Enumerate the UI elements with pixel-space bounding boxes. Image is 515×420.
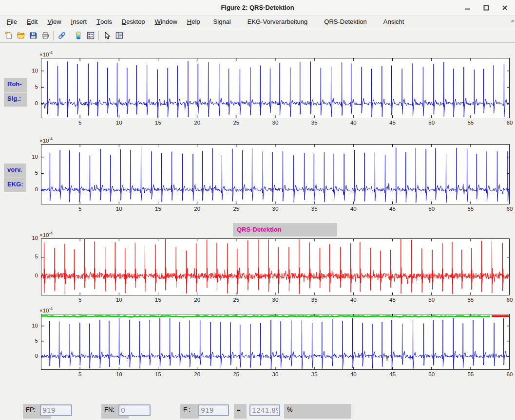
x-tick-label: 60 xyxy=(501,120,515,126)
x-tick-label: 15 xyxy=(150,297,167,303)
x-tick-label: 20 xyxy=(189,297,206,303)
x-tick-label: 45 xyxy=(384,120,401,126)
x-tick-label: 25 xyxy=(228,120,245,126)
x-tick-label: 15 xyxy=(150,120,167,126)
y-axis-exponent-label: ×10-4 xyxy=(39,231,53,238)
x-tick-label: 20 xyxy=(189,371,206,377)
x-tick-label: 15 xyxy=(150,371,167,377)
x-tick-label: 5 xyxy=(72,371,88,377)
qrs-detection-title: QRS-Detektion xyxy=(233,223,337,237)
x-tick-label: 5 xyxy=(72,120,88,126)
percent-label: % xyxy=(284,404,351,419)
menu-item-file[interactable]: File xyxy=(2,16,22,28)
x-tick-label: 35 xyxy=(306,371,323,377)
f-label: F : xyxy=(180,404,199,419)
plot-axes-preprocessed-ecg[interactable] xyxy=(41,144,510,204)
maximize-button[interactable] xyxy=(483,4,490,11)
x-tick-label: 30 xyxy=(267,371,284,377)
x-tick-label: 55 xyxy=(462,206,479,212)
toolbar-separator xyxy=(70,31,70,40)
pointer-icon[interactable] xyxy=(101,30,113,41)
menu-item-window[interactable]: Window xyxy=(150,16,182,28)
menu-item-help[interactable]: Help xyxy=(182,16,205,28)
menu-item-ansicht[interactable]: Ansicht xyxy=(375,16,413,28)
menu-item-insert[interactable]: Insert xyxy=(66,16,92,28)
x-tick-label: 20 xyxy=(189,120,206,126)
legend-icon[interactable] xyxy=(84,30,96,41)
x-tick-label: 10 xyxy=(111,120,127,126)
figure-canvas: Roh- Sig.: vorv. EKG: QRS-Detektion ×10-… xyxy=(0,43,515,420)
new-document-icon[interactable] xyxy=(2,30,15,41)
x-tick-label: 60 xyxy=(501,297,515,303)
y-tick-label: 5 xyxy=(22,170,38,176)
menu-item-view[interactable]: View xyxy=(42,16,66,28)
save-icon[interactable] xyxy=(27,30,39,41)
figure-window: Figure 2: QRS-Detektion FileEditViewInse… xyxy=(0,0,515,420)
title-bar: Figure 2: QRS-Detektion xyxy=(0,0,515,16)
fp-value-field[interactable] xyxy=(40,404,72,416)
f-value-field[interactable] xyxy=(198,404,229,416)
chart-detection-result: ×10-4051051015202530354045505560 xyxy=(41,314,510,370)
x-tick-label: 20 xyxy=(189,206,206,212)
plot-axes-raw-signal[interactable] xyxy=(41,58,510,118)
y-axis-exponent-label: ×10-4 xyxy=(39,50,53,57)
x-tick-label: 25 xyxy=(228,206,245,212)
x-tick-label: 25 xyxy=(228,371,245,377)
menu-item-edit[interactable]: Edit xyxy=(22,16,42,28)
toolbar-separator xyxy=(98,31,99,40)
minimize-button[interactable] xyxy=(464,4,471,11)
x-tick-label: 60 xyxy=(501,206,515,212)
x-tick-label: 45 xyxy=(384,297,401,303)
y-tick-label: 0 xyxy=(22,100,38,106)
fn-value-field[interactable] xyxy=(118,404,151,416)
y-tick-label: 10 xyxy=(22,235,38,241)
x-tick-label: 40 xyxy=(345,120,362,126)
x-tick-label: 50 xyxy=(423,206,440,212)
colormap-icon[interactable] xyxy=(72,30,84,41)
x-tick-label: 40 xyxy=(345,206,362,212)
y-tick-label: 10 xyxy=(22,68,38,73)
menu-item-desktop[interactable]: Desktop xyxy=(117,16,150,28)
x-tick-label: 55 xyxy=(462,371,479,377)
menu-overflow-icon[interactable]: » xyxy=(511,18,514,23)
menu-item-qrs-detektion[interactable]: QRS-Detektion xyxy=(316,16,375,28)
y-axis-exponent-label: ×10-4 xyxy=(39,306,53,313)
x-tick-label: 30 xyxy=(267,120,284,126)
window-title: Figure 2: QRS-Detektion xyxy=(221,4,294,11)
tool-bar xyxy=(0,28,515,43)
plot-axes-detection-result[interactable] xyxy=(41,314,510,370)
y-tick-label: 0 xyxy=(22,186,38,192)
y-tick-label: 10 xyxy=(22,154,38,160)
y-axis-exponent-label: ×10-4 xyxy=(39,136,53,144)
y-tick-label: 0 xyxy=(22,353,38,359)
x-tick-label: 45 xyxy=(384,371,401,377)
x-tick-label: 35 xyxy=(306,120,323,126)
x-tick-label: 45 xyxy=(384,206,401,212)
x-tick-label: 10 xyxy=(111,297,127,303)
menu-item-tools[interactable]: Tools xyxy=(92,16,117,28)
print-icon[interactable] xyxy=(39,30,51,41)
menu-item-ekg-vorverarbeitung[interactable]: EKG-Vorverarbeitung xyxy=(239,16,316,28)
x-tick-label: 30 xyxy=(267,297,284,303)
y-tick-label: 5 xyxy=(22,84,38,90)
x-tick-label: 40 xyxy=(345,371,362,377)
chart-raw-signal: ×10-4051051015202530354045505560 xyxy=(41,58,510,118)
x-tick-label: 5 xyxy=(72,297,88,303)
equals-label: = xyxy=(234,404,247,419)
plot-axes-qrs-detection[interactable] xyxy=(41,238,510,295)
open-folder-icon[interactable] xyxy=(15,30,27,41)
x-tick-label: 5 xyxy=(72,206,88,212)
close-button[interactable] xyxy=(501,4,508,11)
link-plot-icon[interactable] xyxy=(56,30,68,41)
y-tick-label: 5 xyxy=(22,338,38,344)
y-tick-label: 10 xyxy=(22,323,38,329)
menu-item-signal[interactable]: Signal xyxy=(205,16,239,28)
x-tick-label: 25 xyxy=(228,297,245,303)
x-tick-label: 10 xyxy=(111,371,127,377)
x-tick-label: 50 xyxy=(423,371,440,377)
property-editor-icon[interactable] xyxy=(113,30,125,41)
x-tick-label: 15 xyxy=(150,206,167,212)
result-value-field[interactable] xyxy=(249,404,280,416)
y-tick-label: 0 xyxy=(22,273,38,278)
x-tick-label: 40 xyxy=(345,297,362,303)
